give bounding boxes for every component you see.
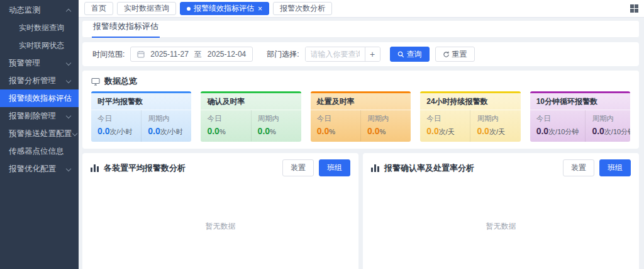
team-toggle-button[interactable]: 班组 — [599, 159, 631, 176]
period-unit: 次/10分钟 — [604, 128, 630, 135]
sidebar-item-label: 传感器点位信息 — [9, 146, 64, 157]
search-button[interactable]: 查询 — [390, 47, 430, 62]
sidebar-item-alarm-removal-management[interactable]: 报警剔除管理 — [0, 107, 79, 125]
sidebar-item-warning-management[interactable]: 预警管理 — [0, 54, 79, 72]
sidebar-item-alarm-optimize-config[interactable]: 报警优化配置 — [0, 160, 79, 178]
period-label: 周期内 — [148, 114, 185, 123]
sidebar-item-label: 报警剔除管理 — [9, 111, 56, 122]
department-label: 部门选择: — [267, 49, 299, 60]
close-icon[interactable]: × — [258, 5, 262, 13]
search-button-label: 查询 — [407, 49, 422, 60]
tab-home[interactable]: 首页 — [84, 2, 113, 15]
chart-empty-state: 暂无数据 — [363, 180, 639, 269]
department-input[interactable] — [306, 47, 365, 61]
team-toggle-button[interactable]: 班组 — [319, 159, 350, 176]
period-unit: 次/天 — [489, 128, 505, 135]
today-value: 0.0 — [97, 126, 109, 136]
bar-chart-icon — [91, 164, 99, 172]
chevron-down-icon — [65, 78, 71, 84]
period-value: 0.0 — [592, 126, 604, 136]
top-tab-bar: 首页 实时数据查询 报警绩效指标评估 × 报警次数分析 — [79, 0, 644, 18]
stat-period-col: 周期内 0.0% — [251, 110, 301, 141]
sidebar-item-sensor-point-info[interactable]: 传感器点位信息 — [0, 142, 79, 160]
tab-alarm-performance-evaluation[interactable]: 报警绩效指标评估 × — [180, 2, 269, 15]
today-unit: 次/小时 — [109, 128, 132, 135]
period-unit: 次/小时 — [160, 128, 183, 135]
date-range-picker[interactable]: 2025-11-27 至 2025-12-04 — [130, 47, 253, 62]
chart-title: 各装置平均报警数分析 — [104, 163, 277, 174]
period-label: 周期内 — [258, 114, 295, 123]
sidebar-item-alarm-performance-evaluation[interactable]: 报警绩效指标评估 — [0, 89, 79, 107]
sidebar-item-label: 实时数据查询 — [19, 23, 64, 33]
page-content: 报警绩效指标评估 时间范围: 2025-11-27 至 2025-12-04 部… — [79, 18, 644, 269]
reset-button[interactable]: 重置 — [435, 47, 475, 62]
stat-period-col: 周期内 0.0次/10分钟 — [585, 110, 630, 142]
chevron-down-icon — [65, 166, 71, 172]
main-area: 首页 实时数据查询 报警绩效指标评估 × 报警次数分析 报警绩效指标评估 时间范… — [79, 0, 644, 269]
today-unit: % — [329, 128, 335, 135]
page-tabs: 报警绩效指标评估 — [82, 21, 639, 38]
data-overview-title: 数据总览 — [104, 76, 137, 87]
sidebar-item-realtime-data-query[interactable]: 实时数据查询 — [0, 19, 79, 37]
device-toggle-button[interactable]: 装置 — [282, 159, 314, 176]
stat-today-col: 今日 0.0% — [201, 110, 250, 141]
chevron-up-icon — [65, 8, 71, 13]
today-label: 今日 — [317, 114, 354, 123]
stat-today-col: 今日 0.0次/10分钟 — [530, 110, 586, 142]
tab-list-grid-icon[interactable] — [630, 4, 638, 13]
chevron-down-icon — [65, 60, 71, 66]
period-unit: % — [379, 128, 386, 135]
period-label: 周期内 — [367, 114, 404, 123]
period-value: 0.0 — [258, 126, 270, 136]
page-tab-active[interactable]: 报警绩效指标评估 — [92, 21, 160, 38]
tab-realtime-data-query[interactable]: 实时数据查询 — [117, 2, 176, 15]
chevron-down-icon — [65, 113, 71, 119]
chart-panel-header: 报警确认率及处置率分析 装置 班组 — [363, 153, 639, 180]
sidebar-item-label: 实时联网状态 — [19, 40, 64, 51]
stat-card-title: 确认及时率 — [201, 93, 301, 110]
add-department-button[interactable]: + — [365, 47, 380, 61]
period-value: 0.0 — [148, 126, 160, 136]
chart-panel-device-avg-alarms: 各装置平均报警数分析 装置 班组 暂无数据 — [82, 153, 358, 269]
chart-empty-state: 暂无数据 — [82, 180, 358, 269]
period-value: 0.0 — [367, 126, 379, 136]
period-label: 周期内 — [592, 114, 630, 123]
stat-period-col: 周期内 0.0% — [360, 110, 411, 141]
sidebar-item-warning-push-config[interactable]: 预警推送处置配置 — [0, 125, 79, 142]
stat-card-row: 时平均报警数 今日 0.0次/小时 周期内 0.0次/小时 确认及时率 — [91, 91, 630, 142]
today-value: 0.0 — [317, 126, 329, 136]
stat-card-handle-timely-rate: 处置及时率 今日 0.0% 周期内 0.0% — [311, 91, 411, 142]
period-unit: % — [270, 128, 276, 135]
device-toggle-button[interactable]: 装置 — [563, 159, 594, 176]
tab-label: 报警绩效指标评估 — [194, 3, 254, 14]
stat-today-col: 今日 0.0次/小时 — [91, 110, 141, 142]
period-value: 0.0 — [477, 126, 489, 136]
today-label: 今日 — [97, 114, 135, 123]
tab-alarm-count-analysis[interactable]: 报警次数分析 — [273, 2, 332, 15]
date-range-label: 时间范围: — [92, 49, 125, 60]
sidebar-item-alarm-analysis-management[interactable]: 报警分析管理 — [0, 72, 79, 89]
tab-label: 首页 — [91, 3, 106, 14]
today-value: 0.0 — [207, 126, 219, 136]
stat-card-24h-continuous-alarms: 24小时持续报警数 今日 0.0次/天 周期内 0.0次/天 — [420, 91, 520, 142]
sidebar-item-label: 报警绩效指标评估 — [9, 93, 72, 104]
sidebar-item-realtime-network-status[interactable]: 实时联网状态 — [0, 37, 79, 54]
date-start-value[interactable]: 2025-11-27 — [150, 50, 189, 59]
date-end-value[interactable]: 2025-12-04 — [208, 50, 246, 59]
chevron-down-icon — [72, 131, 77, 137]
sidebar-item-label: 预警推送处置配置 — [9, 129, 72, 139]
stat-card-10min-cycle-alarms: 10分钟循环报警数 今日 0.0次/10分钟 周期内 0.0次/10分钟 — [530, 91, 630, 142]
sidebar-item-label: 报警优化配置 — [9, 164, 56, 175]
today-label: 今日 — [426, 114, 464, 123]
sidebar: 动态监测 实时数据查询 实时联网状态 预警管理 报警分析管理 报警绩效指标评估 … — [0, 0, 79, 269]
stat-today-col: 今日 0.0次/天 — [420, 110, 470, 142]
today-value: 0.0 — [426, 126, 438, 136]
reset-button-label: 重置 — [452, 49, 467, 60]
chart-panel-header: 各装置平均报警数分析 装置 班组 — [82, 153, 358, 180]
data-overview-header: 数据总览 — [91, 75, 630, 88]
stat-card-title: 处置及时率 — [311, 93, 411, 110]
today-unit: 次/10分钟 — [548, 128, 579, 135]
sidebar-item-dynamic-monitor[interactable]: 动态监测 — [0, 1, 79, 19]
data-overview-section: 数据总览 时平均报警数 今日 0.0次/小时 周期内 0.0次/小时 — [82, 71, 639, 149]
calendar-icon — [137, 50, 145, 58]
